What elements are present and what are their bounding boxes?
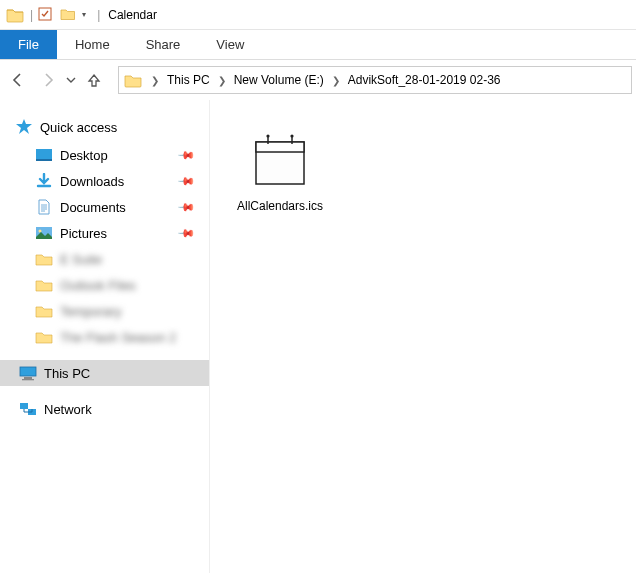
sidebar-item-label: Desktop bbox=[60, 148, 108, 163]
thispc-icon bbox=[18, 364, 38, 382]
qat-dropdown-icon[interactable]: ▾ bbox=[82, 7, 92, 23]
sidebar-item-label: The Flash Season 2 bbox=[60, 330, 176, 345]
separator: | bbox=[30, 8, 33, 22]
sidebar-item-folder[interactable]: The Flash Season 2 bbox=[0, 324, 209, 350]
quick-access-section: Quick access Desktop 📌 Downloads 📌 bbox=[0, 114, 209, 350]
file-name: AllCalendars.ics bbox=[237, 199, 323, 213]
calendar-icon bbox=[246, 129, 314, 191]
sidebar-item-label: Network bbox=[44, 402, 92, 417]
sidebar-item-documents[interactable]: Documents 📌 bbox=[0, 194, 209, 220]
folder-icon bbox=[34, 250, 54, 268]
pictures-icon bbox=[34, 224, 54, 242]
up-button[interactable] bbox=[80, 66, 108, 94]
file-item[interactable]: AllCalendars.ics bbox=[220, 122, 340, 220]
document-icon bbox=[34, 198, 54, 216]
svg-point-14 bbox=[266, 134, 269, 137]
title-bar: | ▾ | Calendar bbox=[0, 0, 636, 30]
svg-rect-8 bbox=[20, 403, 28, 409]
forward-button[interactable] bbox=[34, 66, 62, 94]
chevron-right-icon[interactable]: ❯ bbox=[330, 75, 342, 86]
desktop-icon bbox=[34, 146, 54, 164]
svg-rect-7 bbox=[22, 379, 34, 380]
recent-dropdown[interactable] bbox=[64, 66, 78, 94]
navigation-pane: Quick access Desktop 📌 Downloads 📌 bbox=[0, 100, 210, 573]
file-tab[interactable]: File bbox=[0, 30, 57, 59]
separator: | bbox=[97, 8, 100, 22]
folder-icon bbox=[34, 276, 54, 294]
network-icon bbox=[18, 400, 38, 418]
download-icon bbox=[34, 172, 54, 190]
pin-icon: 📌 bbox=[176, 145, 195, 164]
pin-icon: 📌 bbox=[176, 197, 195, 216]
folder-icon bbox=[123, 71, 143, 89]
nav-bar: ❯ This PC ❯ New Volume (E:) ❯ AdvikSoft_… bbox=[0, 60, 636, 100]
properties-qat-icon[interactable] bbox=[38, 7, 54, 23]
window-title: Calendar bbox=[108, 8, 157, 22]
breadcrumb-folder[interactable]: AdvikSoft_28-01-2019 02-36 bbox=[342, 67, 507, 93]
quick-access-header[interactable]: Quick access bbox=[0, 114, 209, 142]
ribbon-tabs: File Home Share View bbox=[0, 30, 636, 60]
svg-rect-2 bbox=[36, 159, 52, 161]
tab-share[interactable]: Share bbox=[128, 30, 199, 59]
sidebar-item-downloads[interactable]: Downloads 📌 bbox=[0, 168, 209, 194]
sidebar-item-folder[interactable]: Outlook Files bbox=[0, 272, 209, 298]
folder-icon bbox=[6, 7, 24, 23]
chevron-right-icon[interactable]: ❯ bbox=[149, 75, 161, 86]
star-icon bbox=[14, 118, 34, 136]
folder-icon bbox=[34, 302, 54, 320]
svg-rect-1 bbox=[36, 149, 52, 159]
pin-icon: 📌 bbox=[176, 171, 195, 190]
sidebar-item-label: Downloads bbox=[60, 174, 124, 189]
address-bar[interactable]: ❯ This PC ❯ New Volume (E:) ❯ AdvikSoft_… bbox=[118, 66, 632, 94]
tab-home[interactable]: Home bbox=[57, 30, 128, 59]
tab-view[interactable]: View bbox=[198, 30, 262, 59]
back-button[interactable] bbox=[4, 66, 32, 94]
sidebar-item-label: Temporary bbox=[60, 304, 121, 319]
quick-access-label: Quick access bbox=[40, 120, 117, 135]
sidebar-item-folder[interactable]: E Suite bbox=[0, 246, 209, 272]
breadcrumb-drive[interactable]: New Volume (E:) bbox=[228, 67, 330, 93]
folder-icon bbox=[34, 328, 54, 346]
svg-rect-11 bbox=[256, 142, 304, 152]
sidebar-item-pictures[interactable]: Pictures 📌 bbox=[0, 220, 209, 246]
sidebar-item-thispc[interactable]: This PC bbox=[0, 360, 209, 386]
content-area: Quick access Desktop 📌 Downloads 📌 bbox=[0, 100, 636, 573]
sidebar-item-network[interactable]: Network bbox=[0, 396, 209, 422]
chevron-right-icon[interactable]: ❯ bbox=[216, 75, 228, 86]
file-list[interactable]: AllCalendars.ics bbox=[210, 100, 636, 573]
breadcrumb-thispc[interactable]: This PC bbox=[161, 67, 216, 93]
svg-rect-6 bbox=[24, 377, 32, 379]
sidebar-item-folder[interactable]: Temporary bbox=[0, 298, 209, 324]
sidebar-item-label: Documents bbox=[60, 200, 126, 215]
sidebar-item-label: Outlook Files bbox=[60, 278, 136, 293]
sidebar-item-label: Pictures bbox=[60, 226, 107, 241]
newfolder-qat-icon[interactable] bbox=[60, 7, 76, 23]
svg-point-15 bbox=[290, 134, 293, 137]
sidebar-item-desktop[interactable]: Desktop 📌 bbox=[0, 142, 209, 168]
sidebar-item-label: This PC bbox=[44, 366, 90, 381]
svg-rect-5 bbox=[20, 367, 36, 376]
sidebar-item-label: E Suite bbox=[60, 252, 102, 267]
pin-icon: 📌 bbox=[176, 223, 195, 242]
